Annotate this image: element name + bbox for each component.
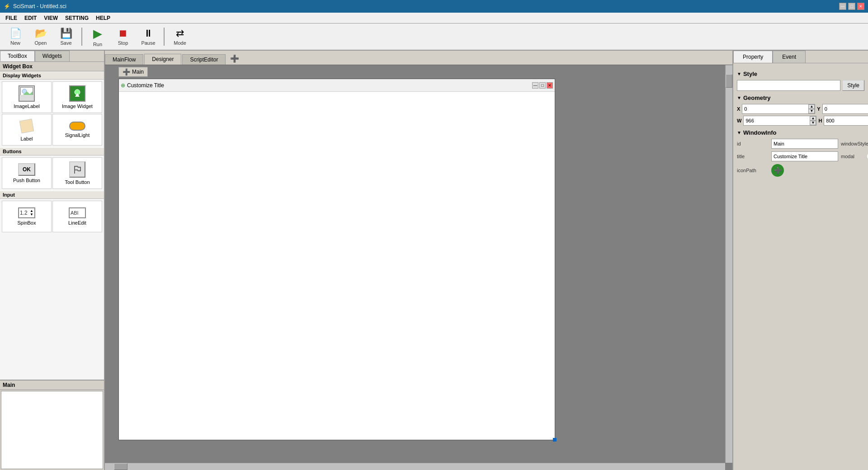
scrollbar-thumb-h[interactable] xyxy=(114,463,127,470)
tab-mainflow[interactable]: MainFlow xyxy=(105,54,143,65)
geometry-w-input[interactable] xyxy=(744,116,810,125)
center-area: MainFlow Designer ScriptEditor ➕ ➕ Main … xyxy=(105,51,732,470)
geometry-x-input[interactable] xyxy=(742,104,808,113)
wi-iconpath-button[interactable]: ➕ xyxy=(771,164,784,177)
geometry-y-input[interactable] xyxy=(823,104,868,113)
line-edit-icon: ABl xyxy=(69,207,86,218)
pause-icon: ⏸ xyxy=(143,28,153,39)
menu-setting[interactable]: SETTING xyxy=(61,14,92,22)
widget-label[interactable]: Label xyxy=(2,114,52,146)
geometry-h-input[interactable] xyxy=(824,116,868,125)
toolbar: 📄 New 📂 Open 💾 Save ▶ Run ⏹ Stop ⏸ Pause… xyxy=(0,24,868,51)
buttons-grid: OK Push Button Tool Button xyxy=(0,155,104,191)
menu-view[interactable]: VIEW xyxy=(40,14,61,22)
design-canvas[interactable]: ⊕ Customize Title — □ ✕ xyxy=(118,79,555,440)
open-icon: 📂 xyxy=(35,28,47,39)
new-button[interactable]: 📄 New xyxy=(4,25,27,48)
section-display-widgets[interactable]: Display Widgets xyxy=(0,71,104,80)
canvas-minimize-btn[interactable]: — xyxy=(532,82,538,89)
titlebar-controls: — □ ✕ xyxy=(839,3,864,10)
widget-image-widget[interactable]: Image Widget xyxy=(52,81,102,113)
widget-tool-button[interactable]: Tool Button xyxy=(52,157,102,189)
widget-spinbox[interactable]: 1.2 ▲ ▼ SpinBox xyxy=(2,201,52,232)
pause-label: Pause xyxy=(141,40,155,46)
geometry-x-spin-down[interactable]: ▼ xyxy=(808,109,815,113)
widget-signal-light[interactable]: SignalLight xyxy=(52,114,102,146)
bottom-panel-header: Main xyxy=(0,381,104,390)
input-grid: 1.2 ▲ ▼ SpinBox ABl LineEdit xyxy=(0,199,104,234)
image-label-icon xyxy=(19,85,35,102)
geometry-chevron: ▼ xyxy=(737,95,741,100)
menu-file[interactable]: FILE xyxy=(2,14,21,22)
stop-button[interactable]: ⏹ Stop xyxy=(111,25,135,48)
geometry-w-item: W ▲ ▼ xyxy=(737,116,816,126)
signal-light-text: SignalLight xyxy=(65,132,90,138)
scrollbar-horizontal[interactable] xyxy=(105,463,725,470)
save-button[interactable]: 💾 Save xyxy=(54,25,78,48)
geometry-h-label: H xyxy=(818,118,822,123)
geometry-x-label: X xyxy=(737,106,740,112)
geometry-w-spin-up[interactable]: ▲ xyxy=(810,116,816,121)
mode-button[interactable]: ⇄ Mode xyxy=(168,25,192,48)
canvas-page-tab[interactable]: Main xyxy=(132,69,144,75)
pause-button[interactable]: ⏸ Pause xyxy=(137,25,160,48)
main-layout: ToolBox Widgets Widget Box Display Widge… xyxy=(0,51,868,470)
wi-iconpath-row: iconPath ➕ xyxy=(737,164,864,177)
menu-help[interactable]: HELP xyxy=(92,14,114,22)
style-row: Style xyxy=(737,80,864,91)
canvas-titlebar-controls: — □ ✕ xyxy=(532,82,553,89)
right-tab-bar: Property Event xyxy=(733,51,868,63)
tab-property[interactable]: Property xyxy=(733,51,773,63)
style-input[interactable] xyxy=(737,80,840,91)
geometry-w-spin-down[interactable]: ▼ xyxy=(810,121,816,125)
wi-id-input[interactable] xyxy=(771,139,838,149)
geometry-w-spin: ▲ ▼ xyxy=(810,116,816,125)
open-button[interactable]: 📂 Open xyxy=(29,25,52,48)
left-tab-bar: ToolBox Widgets xyxy=(0,51,104,62)
minimize-button[interactable]: — xyxy=(839,3,846,10)
canvas-maximize-btn[interactable]: □ xyxy=(539,82,546,89)
app-title: SciSmart - Untitled.sci xyxy=(13,3,66,9)
new-icon: 📄 xyxy=(9,28,22,39)
tab-event[interactable]: Event xyxy=(773,51,806,63)
tab-toolbox[interactable]: ToolBox xyxy=(0,51,35,61)
maximize-button[interactable]: □ xyxy=(848,3,855,10)
scrollbar-vertical[interactable] xyxy=(725,65,732,463)
scrollbar-thumb-v[interactable] xyxy=(726,74,732,88)
wi-modal-label: modal xyxy=(841,154,868,159)
widget-push-button[interactable]: OK Push Button xyxy=(2,157,52,189)
stop-icon: ⏹ xyxy=(118,28,128,39)
canvas-resize-handle[interactable] xyxy=(553,438,557,442)
right-panel: Property Event ▼ Style Style ▼ Geometry … xyxy=(732,51,868,470)
geometry-section-header[interactable]: ▼ Geometry xyxy=(737,94,864,101)
left-panel: ToolBox Widgets Widget Box Display Widge… xyxy=(0,51,105,470)
design-canvas-wrapper[interactable]: ➕ Main ⊕ Customize Title — □ ✕ xyxy=(105,65,732,470)
designer-tab-bar: MainFlow Designer ScriptEditor ➕ xyxy=(105,51,732,65)
tab-designer[interactable]: Designer xyxy=(144,54,181,65)
toolbar-separator-2 xyxy=(164,28,165,46)
canvas-close-btn[interactable]: ✕ xyxy=(547,82,553,89)
menu-edit[interactable]: EDIT xyxy=(21,14,40,22)
close-button[interactable]: ✕ xyxy=(857,3,864,10)
tab-widgets[interactable]: Widgets xyxy=(35,51,70,61)
run-icon: ▶ xyxy=(93,27,102,41)
geometry-w-input-wrap: ▲ ▼ xyxy=(743,116,816,126)
menubar: FILE EDIT VIEW SETTING HELP xyxy=(0,13,868,24)
run-button[interactable]: ▶ Run xyxy=(86,25,109,48)
wi-title-input[interactable] xyxy=(771,151,838,161)
section-buttons[interactable]: Buttons xyxy=(0,147,104,155)
section-input[interactable]: Input xyxy=(0,191,104,199)
signal-light-icon xyxy=(69,122,85,131)
style-button[interactable]: Style xyxy=(842,80,864,91)
geometry-xy-row: X ▲ ▼ Y ▲ ▼ xyxy=(737,104,864,114)
geometry-x-item: X ▲ ▼ xyxy=(737,104,815,114)
add-tab-button[interactable]: ➕ xyxy=(226,52,243,65)
style-section-header[interactable]: ▼ Style xyxy=(737,70,864,77)
widget-image-label[interactable]: ImageLabel xyxy=(2,81,52,113)
geometry-x-spin-up[interactable]: ▲ xyxy=(808,104,815,109)
windowinfo-section-header[interactable]: ▼ WindowInfo xyxy=(737,129,864,136)
wi-id-row: id windowStyle titleVisia noTitle fullSc… xyxy=(737,139,864,149)
widget-line-edit[interactable]: ABl LineEdit xyxy=(52,201,102,232)
tab-scripteditor[interactable]: ScriptEditor xyxy=(182,54,226,65)
canvas-titlebar: ⊕ Customize Title — □ ✕ xyxy=(119,79,555,92)
